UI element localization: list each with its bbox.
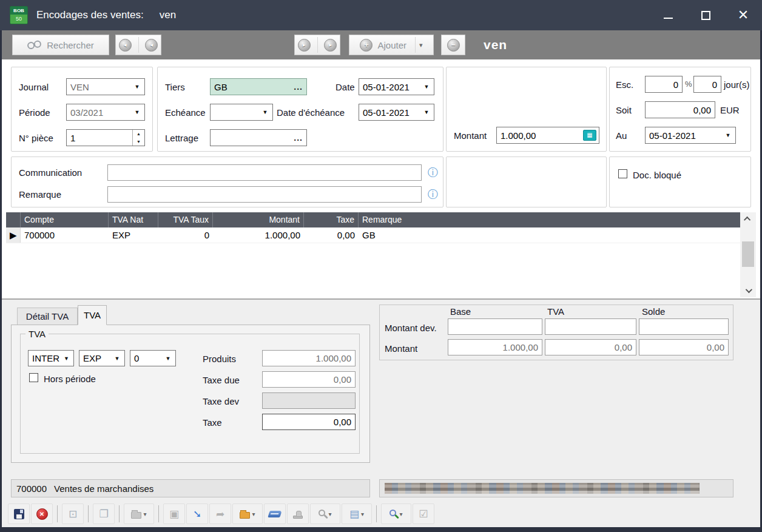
tab-detail-tva[interactable]: Détail TVA [17, 308, 78, 325]
taxe-dev-field [262, 392, 356, 409]
open-document-button[interactable]: ⊡ [62, 503, 84, 524]
date-echeance-select[interactable]: 05-01-2021 ▼ [359, 104, 434, 121]
taxe-due-field[interactable]: 0,00 [262, 371, 356, 388]
nav-next-icon: ► [298, 39, 311, 52]
archive-button[interactable]: ▣ [163, 503, 185, 524]
nav-first-button[interactable]: ◄ [116, 39, 135, 52]
echeance-label: Echéance [165, 107, 206, 118]
montant-field[interactable]: 1.000,00 ▦ [496, 127, 599, 144]
produits-value: 1.000,00 [316, 353, 351, 363]
produits-field[interactable]: 1.000,00 [262, 350, 356, 366]
tva-nature-dropdown-icon: ▼ [110, 355, 124, 362]
summary-header-solde: Solde [642, 306, 665, 317]
esc-percent-field[interactable]: 0 [645, 76, 683, 93]
journal-select[interactable]: VEN ▼ [66, 78, 145, 95]
scan-button[interactable] [264, 503, 286, 524]
book-icon: ▤ [349, 509, 359, 519]
app-icon-text-bottom: 50 [10, 15, 27, 24]
summary-panel: Base TVA Solde Montant dev. Montant 1.00… [379, 305, 733, 360]
grid-header-tva-nat[interactable]: TVA Nat [109, 212, 158, 227]
remarque-info-icon[interactable]: ⓘ [428, 187, 438, 201]
piece-stepper[interactable]: 1 ▲ ▼ [66, 129, 145, 146]
tva-nature-select[interactable]: EXP ▼ [79, 350, 125, 366]
communication-info-icon[interactable]: ⓘ [428, 166, 438, 180]
grid-header-compte[interactable]: Compte [21, 212, 109, 227]
cancel-button[interactable]: ✕ [31, 503, 53, 524]
redacted-status-text [385, 483, 700, 494]
date-select[interactable]: 05-01-2021 ▼ [359, 78, 434, 95]
copy-document-button[interactable]: ❐ [93, 503, 115, 524]
communication-field[interactable] [107, 164, 422, 181]
au-select[interactable]: 05-01-2021 ▼ [645, 127, 736, 144]
maximize-button[interactable] [687, 0, 724, 30]
folder-menu-button[interactable]: ▾ [124, 503, 154, 524]
montant-dev-tva-field[interactable] [545, 318, 636, 335]
grid-header-remarque[interactable]: Remarque [359, 212, 740, 227]
add-icon: + [360, 39, 373, 52]
piece-spin-up-icon[interactable]: ▲ [133, 130, 144, 138]
import-button[interactable]: ➘ [186, 503, 208, 524]
doc-bloque-checkbox[interactable] [618, 169, 627, 178]
info-status-bar [379, 479, 733, 497]
piece-spin-down-icon[interactable]: ▼ [133, 138, 144, 146]
cell-tva-nat: EXP [109, 227, 158, 243]
package-icon: ▣ [169, 509, 179, 519]
scrollbar-thumb[interactable] [742, 241, 754, 267]
hors-periode-checkbox[interactable] [29, 373, 38, 382]
search-button[interactable]: Rechercher [12, 35, 109, 55]
esc-days-value: 0 [712, 79, 717, 90]
soit-field[interactable]: 0,00 [645, 101, 715, 118]
notes-menu-button[interactable]: ▾ [232, 503, 263, 524]
remove-button[interactable]: − [441, 35, 465, 55]
scroll-up-button[interactable] [740, 212, 756, 226]
save-button[interactable] [8, 503, 30, 524]
echeance-select[interactable]: ▼ [210, 104, 273, 121]
grid-header-tva-taux[interactable]: TVA Taux [158, 212, 213, 227]
minimize-button[interactable] [649, 0, 687, 30]
grid-header-taxe[interactable]: Taxe [304, 212, 359, 227]
nav-next-button[interactable]: ► [295, 39, 314, 52]
tva-panel: TVA INTER ▼ EXP ▼ 0 ▼ Hors période [11, 325, 370, 463]
main-toolbar: Rechercher ◄ ◄ ► ► + Ajouter ▾ − ven [2, 30, 760, 59]
nav-last-button[interactable]: ► [322, 39, 340, 52]
taxe-field[interactable]: 0,00 [262, 414, 356, 430]
taxe-label: Taxe [203, 417, 222, 428]
add-button[interactable]: + Ajouter ▾ [349, 35, 434, 55]
esc-days-field[interactable]: 0 [693, 76, 721, 93]
search-button-label: Rechercher [47, 40, 94, 50]
periode-select[interactable]: 03/2021 ▼ [66, 104, 145, 121]
nav-previous-button[interactable]: ◄ [143, 39, 161, 52]
tva-taux-select[interactable]: 0 ▼ [130, 350, 176, 366]
scroll-down-button[interactable] [740, 284, 756, 297]
escompte-group: Esc. 0 % 0 jour(s) Soit 0,00 EUR Au 05-0… [609, 67, 751, 152]
lettrage-field[interactable]: ... [210, 129, 307, 146]
cell-compte: 700000 [21, 227, 109, 243]
grid-header-montant[interactable]: Montant [213, 212, 304, 227]
communication-group: Communication ⓘ Remarque ⓘ [11, 157, 443, 207]
preview-menu-button[interactable]: ▾ [310, 503, 340, 524]
checklist-button[interactable]: ☑ [413, 503, 434, 524]
cell-taxe: 0,00 [304, 227, 359, 243]
add-dropdown-caret-icon[interactable]: ▾ [419, 41, 423, 49]
tab-tva[interactable]: TVA [78, 305, 107, 325]
tab-tva-label: TVA [84, 310, 101, 320]
export-button[interactable]: ➦ [209, 503, 231, 524]
lettrage-lookup-icon[interactable]: ... [294, 135, 303, 140]
tiers-lookup-icon[interactable]: ... [294, 84, 303, 89]
close-button[interactable]: ✕ [724, 0, 762, 30]
lookup-menu-button[interactable]: ▾ [381, 503, 411, 524]
esc-label: Esc. [616, 79, 633, 90]
table-row[interactable]: ▶ 700000 EXP 0 1.000,00 0,00 GB [6, 227, 740, 243]
summary-montant-solde-field: 0,00 [639, 339, 729, 355]
montant-dev-solde-field[interactable] [639, 318, 729, 335]
montant-dev-base-field[interactable] [448, 318, 542, 335]
nav-first-icon: ◄ [119, 39, 132, 52]
stamp-button[interactable] [287, 503, 309, 524]
remarque-field[interactable] [107, 186, 422, 203]
ledger-menu-button[interactable]: ▤▾ [342, 503, 372, 524]
tiers-field[interactable]: GB ... [210, 78, 307, 95]
grid-scrollbar[interactable] [740, 212, 756, 297]
tva-regime-select[interactable]: INTER ▼ [28, 350, 74, 366]
calculator-icon[interactable]: ▦ [583, 130, 596, 141]
tva-regime-dropdown-icon: ▼ [59, 355, 73, 362]
